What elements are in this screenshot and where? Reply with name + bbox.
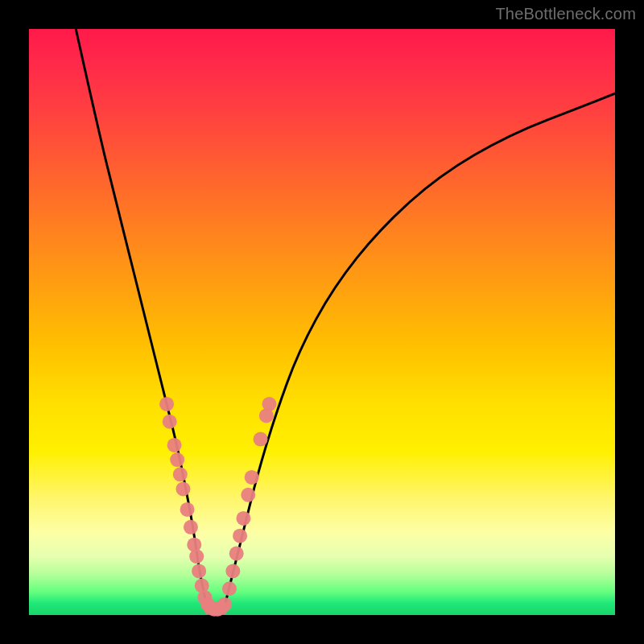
svg-point-22 xyxy=(233,529,247,543)
svg-point-0 xyxy=(159,397,174,411)
svg-point-24 xyxy=(241,488,255,502)
svg-point-1 xyxy=(163,415,177,429)
highlight-dots xyxy=(159,397,276,617)
right-curve xyxy=(222,93,615,615)
svg-point-5 xyxy=(175,481,190,496)
watermark-text: TheBottleneck.com xyxy=(495,5,636,23)
plot-area xyxy=(29,29,615,615)
svg-point-25 xyxy=(245,470,259,485)
svg-point-28 xyxy=(262,397,276,411)
svg-point-2 xyxy=(167,438,182,452)
svg-point-4 xyxy=(173,467,188,481)
svg-point-23 xyxy=(236,511,250,526)
svg-point-10 xyxy=(192,564,206,578)
curves-svg xyxy=(29,29,615,615)
svg-point-9 xyxy=(189,549,204,564)
svg-point-6 xyxy=(180,502,195,517)
svg-point-7 xyxy=(184,520,198,535)
svg-point-18 xyxy=(217,597,232,612)
chart-frame: TheBottleneck.com xyxy=(0,0,644,644)
svg-point-20 xyxy=(225,564,240,578)
svg-point-19 xyxy=(222,581,237,596)
svg-point-21 xyxy=(229,547,244,561)
svg-point-3 xyxy=(170,452,184,467)
svg-point-26 xyxy=(254,432,268,447)
